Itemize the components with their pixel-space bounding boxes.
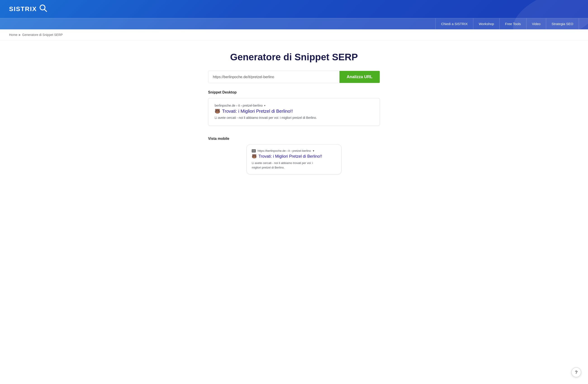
nav-bar: Chiedi a SISTRIX Workshop Free Tools Vid… <box>0 18 588 29</box>
breadcrumb-home-link[interactable]: Home <box>9 33 17 37</box>
desktop-snippet-section: Snippet Desktop berlinpoche.de › it › pr… <box>208 90 380 126</box>
mobile-snippet-url-line: https://berlinpoche.de › it › pretzel-be… <box>252 149 336 153</box>
nav-item-free-tools[interactable]: Free Tools <box>500 18 526 29</box>
nav-item-strategia-seo[interactable]: Strategia SEO <box>546 18 579 29</box>
mobile-favicon-icon <box>252 149 256 153</box>
nav-item-workshop[interactable]: Workshop <box>473 18 500 29</box>
breadcrumb: Home ▶ Generatore di Snippet SERP <box>0 29 588 40</box>
desktop-snippet-title-link[interactable]: 🐻 Trovati: i Migliori Pretzel di Berlino… <box>215 108 373 114</box>
desktop-snippet-title-text: Trovati: i Migliori Pretzel di Berlino!! <box>222 108 293 114</box>
url-input-row: Analizza URL <box>208 71 380 83</box>
mobile-section-label: Vista mobile <box>208 137 380 141</box>
desktop-snippet-description: Li avete cercati - noi li abbiamo trovat… <box>215 115 373 120</box>
mobile-snippet-card: https://berlinpoche.de › it › pretzel-be… <box>247 144 341 174</box>
mobile-snippet-title-text: Trovati: i Migliori Pretzel di Berlino!! <box>258 154 322 159</box>
mobile-snippet-url-text: https://berlinpoche.de › it › pretzel-be… <box>258 149 311 153</box>
desktop-section-label: Snippet Desktop <box>208 90 380 95</box>
nav-item-chiedi[interactable]: Chiedi a SISTRIX <box>435 18 473 29</box>
mobile-card-wrapper: https://berlinpoche.de › it › pretzel-be… <box>208 144 380 174</box>
page-title: Generatore di Snippet SERP <box>208 52 380 63</box>
desktop-snippet-card: berlinpoche.de › it › pretzel-berlino ▾ … <box>208 98 380 126</box>
url-input[interactable] <box>208 71 339 83</box>
logo-search-icon <box>39 4 47 14</box>
header: SISTRIX Chiedi a SISTRIX Workshop Free T… <box>0 0 588 29</box>
desktop-snippet-emoji: 🐻 <box>215 108 220 114</box>
desktop-snippet-path: › it › pretzel-berlino <box>236 104 263 107</box>
main-content: Generatore di Snippet SERP Analizza URL … <box>204 40 384 197</box>
desktop-snippet-url-line: berlinpoche.de › it › pretzel-berlino ▾ <box>215 104 373 107</box>
mobile-snippet-description: Li avete cercati - noi li abbiamo trovat… <box>252 161 336 170</box>
mobile-snippet-section: Vista mobile https://berlinpoche.de › it… <box>208 137 380 174</box>
mobile-snippet-dropdown-icon: ▾ <box>313 149 314 153</box>
nav-item-video[interactable]: Video <box>526 18 546 29</box>
mobile-snippet-emoji: 🐻 <box>252 154 257 159</box>
breadcrumb-current-page: Generatore di Snippet SERP <box>22 33 63 37</box>
header-logo-row: SISTRIX <box>0 0 588 18</box>
analyze-url-button[interactable]: Analizza URL <box>339 71 380 83</box>
desktop-snippet-domain: berlinpoche.de <box>215 104 235 107</box>
mobile-snippet-title-link[interactable]: 🐻 Trovati: i Migliori Pretzel di Berlino… <box>252 154 336 159</box>
logo-text: SISTRIX <box>9 5 37 13</box>
breadcrumb-arrow-icon: ▶ <box>19 33 21 36</box>
desktop-snippet-dropdown-icon: ▾ <box>264 104 266 107</box>
svg-line-1 <box>44 9 47 12</box>
logo: SISTRIX <box>9 4 47 14</box>
